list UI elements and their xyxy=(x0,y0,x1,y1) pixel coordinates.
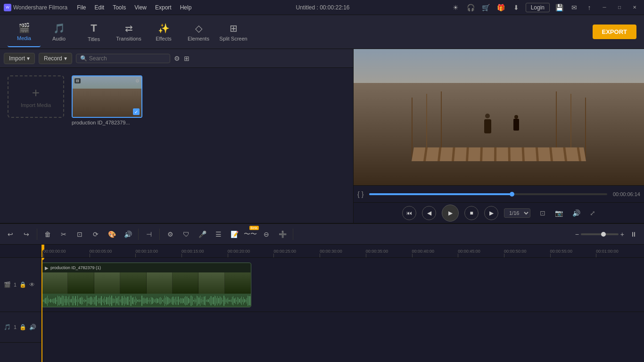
frame-fwd-button[interactable]: ▶ xyxy=(484,206,498,220)
download-icon[interactable]: ⬇ xyxy=(511,2,522,13)
toolbar-effects[interactable]: ✨ Effects xyxy=(147,17,180,47)
shield-button[interactable]: 🛡 xyxy=(180,228,193,241)
ruler-mark: 00:01:00:00 xyxy=(596,249,642,257)
delete-button[interactable]: 🗑 xyxy=(41,228,54,241)
media-item[interactable]: ⊟ ⚙ ✓ production ID_4782379... xyxy=(72,75,142,125)
split-button[interactable]: ⊣ xyxy=(142,228,156,241)
gift-icon[interactable]: 🎁 xyxy=(495,2,507,13)
waveform-bar xyxy=(192,296,193,305)
audio-track-icon[interactable]: 🎵 xyxy=(4,324,11,330)
menu-edit[interactable]: Edit xyxy=(91,3,108,12)
toolbar-transitions[interactable]: ⇄ Transitions xyxy=(112,17,145,47)
import-dropdown[interactable]: Import ▾ xyxy=(4,53,35,64)
menu-export[interactable]: Export xyxy=(151,3,175,12)
stop-button[interactable]: ■ xyxy=(464,206,479,220)
preview-frame xyxy=(354,49,644,185)
play-button[interactable]: ▶ xyxy=(442,205,459,222)
close-button[interactable]: ✕ xyxy=(629,2,640,13)
ruler-tick xyxy=(43,254,44,257)
audio-lock-icon[interactable]: 🔒 xyxy=(19,324,26,330)
ruler-spacer xyxy=(0,245,41,258)
lock-icon[interactable]: 🔒 xyxy=(19,281,26,288)
video-clip[interactable]: ▶ production ID_4782379 (1) xyxy=(41,263,251,307)
save-icon[interactable]: 💾 xyxy=(553,2,565,13)
color-button[interactable]: 🎨 xyxy=(105,228,118,241)
waveform-bar xyxy=(169,298,169,304)
zoom-out-icon[interactable]: − xyxy=(575,230,579,238)
settings-button[interactable]: ⚙ xyxy=(164,228,177,241)
audio-detach-button[interactable]: 🔊 xyxy=(121,228,134,241)
record-dropdown[interactable]: Record ▾ xyxy=(39,53,72,64)
clip-settings-icon[interactable]: ⚙ xyxy=(135,78,140,83)
redo-button[interactable]: ↪ xyxy=(20,228,33,241)
toolbar-audio[interactable]: 🎵 Audio xyxy=(42,17,75,47)
headphone-icon[interactable]: 🎧 xyxy=(465,2,477,13)
export-button[interactable]: EXPORT xyxy=(593,25,636,39)
ai-button[interactable]: 〜〜 Beta xyxy=(244,228,257,241)
fullscreen-preview-icon[interactable]: ⊡ xyxy=(540,209,545,217)
pause-all-button[interactable]: ⏸ xyxy=(627,228,640,241)
layout-button[interactable]: ☰ xyxy=(212,228,225,241)
waveform-bar xyxy=(153,298,154,303)
minimize-button[interactable]: ─ xyxy=(599,2,610,13)
quality-select[interactable]: 1/16 xyxy=(504,208,530,218)
step-back-button[interactable]: ⏮ xyxy=(402,206,416,220)
waveform-bar xyxy=(139,299,139,302)
crop-button[interactable]: ⊡ xyxy=(73,228,86,241)
eye-icon[interactable]: 👁 xyxy=(29,281,35,288)
toolbar-titles[interactable]: T Titles xyxy=(77,17,110,47)
waveform-bar xyxy=(88,298,88,304)
sun-icon[interactable]: ☀ xyxy=(450,2,462,13)
mail-icon[interactable]: ✉ xyxy=(569,2,580,13)
ruler-label: 00:00:05:00 xyxy=(90,249,112,254)
mic-button[interactable]: 🎤 xyxy=(196,228,209,241)
grid-view-icon[interactable]: ⊞ xyxy=(184,55,190,62)
bracket-right-button[interactable]: } xyxy=(362,190,364,198)
login-button[interactable]: Login xyxy=(526,3,550,12)
search-input[interactable] xyxy=(89,55,166,62)
ruler-tick xyxy=(320,254,320,257)
import-media-button[interactable]: + Import Media xyxy=(8,75,64,118)
timeline-ruler[interactable]: 00:00:00:0000:00:05:0000:00:10:0000:00:1… xyxy=(41,245,644,258)
audio-mute-icon[interactable]: 🔊 xyxy=(29,324,36,330)
expand-icon[interactable]: ⤢ xyxy=(590,209,595,217)
waveform-bar xyxy=(52,299,53,302)
cut-button[interactable]: ✂ xyxy=(57,228,70,241)
toolbar-split-screen[interactable]: ⊞ Split Screen xyxy=(217,17,250,47)
menu-file[interactable]: File xyxy=(73,3,90,12)
menu-view[interactable]: View xyxy=(131,3,150,12)
waveform-bar xyxy=(231,299,231,302)
bracket-left-button[interactable]: { xyxy=(357,190,360,198)
undo-button[interactable]: ↩ xyxy=(4,228,17,241)
update-icon[interactable]: ↑ xyxy=(584,2,595,13)
waveform-bar xyxy=(114,298,114,303)
menu-tools[interactable]: Tools xyxy=(109,3,130,12)
waveform-bar xyxy=(60,297,61,304)
toolbar-elements[interactable]: ◇ Elements xyxy=(182,17,215,47)
progress-handle[interactable] xyxy=(510,192,514,197)
media-thumbnail[interactable]: ⊟ ⚙ ✓ xyxy=(72,75,142,118)
audio-preview-icon[interactable]: 🔊 xyxy=(572,209,580,217)
snapshot-icon[interactable]: 📷 xyxy=(555,209,563,217)
zoom-slider[interactable] xyxy=(581,233,619,235)
add-marker-button[interactable]: ➕ xyxy=(276,228,289,241)
waveform-bar xyxy=(179,299,180,302)
waveform-bar xyxy=(83,297,83,304)
filter-icon[interactable]: ⚙ xyxy=(174,55,180,62)
toolbar-media[interactable]: 🎬 Media xyxy=(8,17,41,47)
zoom-minus-button[interactable]: ⊖ xyxy=(260,228,273,241)
timeline-content: 00:00:00:0000:00:05:0000:00:10:0000:00:1… xyxy=(41,245,644,362)
progress-bar[interactable] xyxy=(369,193,607,195)
cart-icon[interactable]: 🛒 xyxy=(480,2,492,13)
text-button[interactable]: 📝 xyxy=(228,228,241,241)
video-track-icon[interactable]: 🎬 xyxy=(4,281,11,288)
speed-button[interactable]: ⟳ xyxy=(89,228,102,241)
waveform-bar xyxy=(130,296,131,305)
waveform-bar xyxy=(89,298,89,303)
waveform-bar xyxy=(200,296,200,306)
zoom-in-icon[interactable]: + xyxy=(620,230,624,238)
frame-back-button[interactable]: ◀ xyxy=(422,206,436,220)
maximize-button[interactable]: □ xyxy=(614,2,625,13)
elements-icon: ◇ xyxy=(195,23,202,34)
menu-help[interactable]: Help xyxy=(176,3,196,12)
